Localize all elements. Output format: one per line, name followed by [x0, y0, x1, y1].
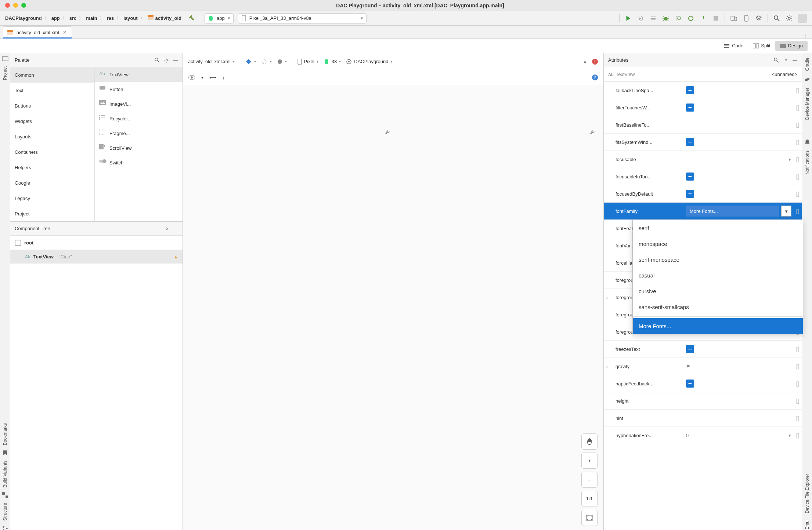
pal-cat-buttons[interactable]: Buttons — [10, 98, 94, 113]
canvas-area[interactable]: + − 1:1 — [183, 85, 603, 530]
resource-picker-icon[interactable]: ▯ — [794, 380, 802, 388]
device-combo[interactable]: Pixel_3a_API_33_arm64-v8a ▾ — [238, 13, 367, 23]
more-icon[interactable]: » — [584, 59, 587, 64]
visibility-icon[interactable] — [188, 75, 195, 80]
viewmode-code[interactable]: Code — [719, 41, 748, 51]
run-button[interactable] — [625, 15, 632, 22]
zoom-in-button[interactable]: + — [581, 453, 598, 469]
attr-row-hint[interactable]: hint▯ — [604, 410, 802, 427]
rail-device-manager[interactable]: Device Manager — [805, 86, 810, 122]
font-option-serif-monospace[interactable]: serif-monospace — [633, 252, 803, 268]
caret-down-icon[interactable]: ▾ — [786, 157, 794, 162]
resource-picker-icon[interactable]: ▯ — [794, 138, 802, 146]
pan-button[interactable] — [581, 433, 598, 450]
font-option-sans-serif-smallcaps[interactable]: sans-serif-smallcaps — [633, 299, 803, 315]
orientation-icon[interactable]: ▾ — [261, 58, 272, 65]
bool-false-icon[interactable]: − — [686, 138, 694, 146]
expand-horiz-icon[interactable]: ⟷ — [209, 75, 216, 80]
resource-picker-icon[interactable]: ▯ — [794, 121, 802, 129]
coverage-button[interactable] — [650, 15, 657, 22]
pal-cat-helpers[interactable]: Helpers — [10, 160, 94, 175]
caret-down-icon[interactable]: ▾ — [781, 206, 791, 217]
pal-widget-button[interactable]: Button — [95, 82, 183, 97]
font-option-serif[interactable]: serif — [633, 220, 803, 236]
rail-file-explorer[interactable]: Device File Explorer — [805, 472, 810, 515]
attr-row-hapticfeedback[interactable]: hapticFeedback...−▯ — [604, 375, 802, 392]
rail-emulator[interactable]: Emu — [805, 518, 810, 530]
attr-row-hyphenationfre[interactable]: hyphenationFre...0▾▯ — [604, 427, 802, 444]
resource-picker-icon[interactable]: ▯ — [794, 345, 802, 353]
tabs-more-icon[interactable]: ⋮ — [798, 33, 812, 38]
crumb-root[interactable]: DACPlayground — [5, 15, 42, 21]
night-mode-icon[interactable]: ▾ — [277, 59, 287, 65]
pal-widget-imageview[interactable]: ImageVi... — [95, 97, 183, 111]
resource-picker-icon[interactable]: ▯ — [794, 207, 802, 215]
caret-down-icon[interactable]: ▾ — [786, 433, 794, 438]
gear-icon[interactable] — [783, 57, 789, 63]
pal-widget-textview[interactable]: AbTextView — [95, 67, 183, 82]
attr-row-firstbaselineto[interactable]: firstBaselineTo...▯ — [604, 116, 802, 134]
attr-value-cell[interactable]: − — [684, 345, 794, 353]
design-surface-icon[interactable]: ▾ — [245, 58, 256, 65]
bool-false-icon[interactable]: − — [686, 104, 694, 112]
stop-button[interactable] — [712, 15, 719, 22]
project-icon[interactable] — [2, 55, 8, 62]
rail-notifications[interactable]: Notifications — [805, 148, 810, 177]
font-option-cursive[interactable]: cursive — [633, 283, 803, 299]
close-window-icon[interactable] — [5, 3, 10, 8]
attr-row-filtertouchesw[interactable]: filterTouchesW...−▯ — [604, 99, 802, 116]
gear-icon[interactable] — [164, 57, 170, 63]
viewmode-split[interactable]: Split — [748, 41, 775, 51]
resource-picker-icon[interactable]: ▯ — [794, 190, 802, 198]
resource-picker-icon[interactable]: ▯ — [794, 173, 802, 181]
maximize-window-icon[interactable] — [21, 3, 26, 8]
attr-row-focusableintou[interactable]: focusableInTou...−▯ — [604, 168, 802, 185]
rail-bookmarks[interactable]: Bookmarks — [3, 421, 8, 447]
warning-icon[interactable]: ▲ — [173, 254, 178, 259]
issues-icon[interactable] — [592, 58, 598, 65]
debug-button[interactable] — [662, 15, 670, 22]
fontfamily-input[interactable]: More Fonts... — [686, 206, 779, 217]
editor-tab-active[interactable]: activity_old_xml.xml ✕ — [3, 26, 72, 38]
bool-false-icon[interactable]: − — [686, 190, 694, 198]
crumb-src[interactable]: src — [69, 15, 77, 21]
attr-value-cell[interactable]: − — [684, 173, 794, 181]
minimize-icon[interactable]: — — [173, 226, 178, 231]
rerun-button[interactable] — [637, 15, 645, 22]
apply-changes-button[interactable] — [700, 15, 707, 22]
minimize-window-icon[interactable] — [13, 3, 18, 8]
attr-row-fontfamily[interactable]: fontFamilyMore Fonts...▾▯ — [604, 203, 802, 220]
zoom-out-button[interactable]: − — [581, 472, 598, 488]
attr-value-cell[interactable]: − — [684, 104, 794, 112]
crumb-res[interactable]: res — [107, 15, 114, 21]
resource-picker-icon[interactable]: ▯ — [794, 362, 802, 370]
canvas-file-combo[interactable]: activity_old_xml.xml▾ — [188, 59, 235, 64]
zoom-fit-button[interactable] — [581, 510, 598, 526]
avd-manager-button[interactable] — [730, 15, 737, 22]
font-option-more-fonts-[interactable]: More Fonts... — [633, 318, 803, 334]
crumb-main[interactable]: main — [86, 15, 97, 21]
profile-button[interactable] — [675, 15, 682, 22]
pal-cat-legacy[interactable]: Legacy — [10, 190, 94, 206]
attr-row-gravity[interactable]: ›gravity⚑▯ — [604, 358, 802, 375]
bool-false-icon[interactable]: − — [686, 173, 694, 181]
pal-widget-scrollview[interactable]: ScrollView — [95, 141, 183, 155]
pal-cat-project[interactable]: Project — [10, 206, 94, 221]
search-icon[interactable] — [154, 57, 160, 63]
attr-row-focusedbydefault[interactable]: focusedByDefault−▯ — [604, 185, 802, 203]
resource-picker-icon[interactable]: ▯ — [794, 397, 802, 405]
attr-value-cell[interactable]: 0 — [684, 433, 786, 438]
attr-row-freezestext[interactable]: freezesText−▯ — [604, 341, 802, 358]
help-icon[interactable]: ? — [592, 74, 598, 81]
resource-picker-icon[interactable]: ▯ — [794, 86, 802, 94]
rail-structure[interactable]: Structure — [3, 501, 8, 523]
search-button[interactable] — [773, 15, 780, 22]
attr-row-fitssystemwind[interactable]: fitsSystemWind...−▯ — [604, 134, 802, 151]
pal-cat-containers[interactable]: Containers — [10, 144, 94, 160]
tree-root[interactable]: root — [10, 236, 183, 250]
api-combo[interactable]: 33▾ — [324, 59, 341, 65]
pal-cat-common[interactable]: Common — [10, 67, 94, 83]
bell-icon[interactable] — [804, 139, 811, 145]
pal-cat-text[interactable]: Text — [10, 83, 94, 98]
pal-widget-switch[interactable]: Switch — [95, 155, 183, 170]
